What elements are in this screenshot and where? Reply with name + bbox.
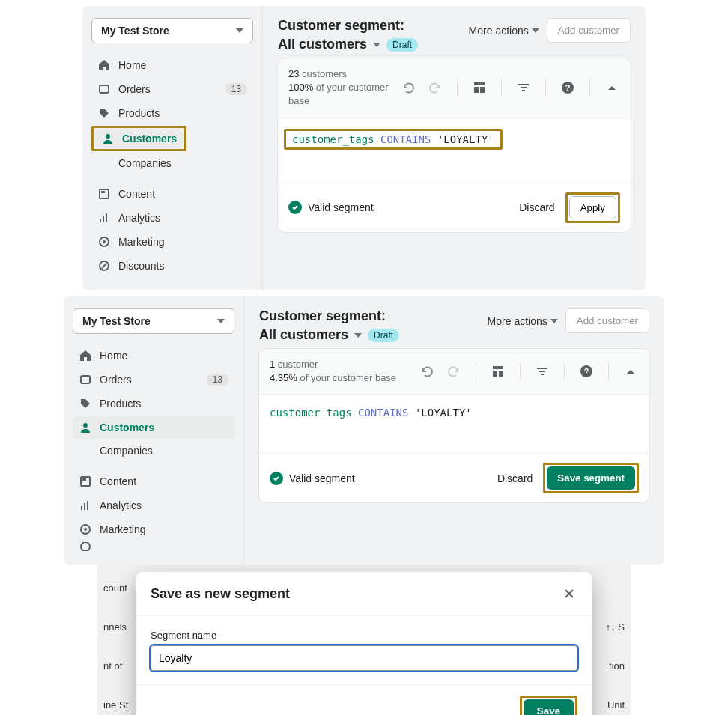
- nav-discounts[interactable]: Discounts: [91, 255, 253, 277]
- page-title: Customer segment:: [278, 18, 418, 34]
- nav-marketing[interactable]: Marketing: [91, 231, 253, 253]
- valid-segment-text: Valid segment: [289, 472, 497, 484]
- orders-badge: 13: [207, 374, 228, 386]
- sidebar: My Test Store Home Orders 13 Products Cu…: [82, 6, 262, 290]
- svg-rect-30: [499, 371, 503, 377]
- nav-home[interactable]: Home: [73, 344, 234, 367]
- apply-button[interactable]: Apply: [569, 196, 616, 219]
- svg-rect-29: [493, 371, 497, 377]
- collapse-icon[interactable]: [622, 363, 639, 380]
- nav-products[interactable]: Products: [73, 392, 234, 415]
- svg-rect-3: [101, 191, 105, 193]
- nav-companies[interactable]: Companies: [91, 153, 253, 174]
- template-icon[interactable]: [490, 363, 506, 380]
- home-icon: [79, 349, 92, 362]
- customers-icon: [101, 132, 115, 145]
- main-content: Customer segment: All customers Draft Mo…: [243, 296, 664, 565]
- add-customer-button[interactable]: Add customer: [565, 308, 649, 333]
- collapse-icon[interactable]: [604, 79, 620, 96]
- segment-query-editor[interactable]: customer_tags CONTAINS 'LOYALTY': [259, 395, 649, 453]
- redo-icon[interactable]: [427, 79, 443, 96]
- save-segment-button[interactable]: Save segment: [547, 466, 635, 490]
- segment-name[interactable]: All customers: [278, 37, 367, 52]
- nav-analytics[interactable]: Analytics: [73, 494, 234, 517]
- save-button[interactable]: Save: [524, 699, 574, 715]
- nav-content[interactable]: Content: [91, 183, 253, 205]
- svg-rect-32: [539, 371, 545, 372]
- orders-badge: 13: [225, 83, 247, 95]
- svg-rect-23: [84, 503, 85, 510]
- nav-customers-highlight: Customers: [91, 126, 253, 151]
- query-field: customer_tags: [270, 407, 352, 419]
- store-selector[interactable]: My Test Store: [91, 18, 253, 43]
- help-icon[interactable]: ?: [578, 363, 595, 380]
- add-customer-button[interactable]: Add customer: [547, 18, 631, 43]
- products-icon: [97, 106, 111, 120]
- nav-marketing[interactable]: Marketing: [73, 518, 234, 541]
- more-actions-menu[interactable]: More actions: [488, 315, 558, 327]
- svg-text:?: ?: [565, 83, 571, 92]
- valid-segment-text: Valid segment: [308, 201, 519, 213]
- orders-icon: [97, 82, 111, 96]
- sidebar: My Test Store Home Orders 13 Products Cu…: [64, 296, 243, 565]
- segment-name-label: Segment name: [151, 630, 577, 641]
- filter-icon[interactable]: [534, 363, 550, 380]
- nav-companies[interactable]: Companies: [73, 440, 234, 461]
- redo-icon[interactable]: [446, 363, 462, 380]
- filter-icon[interactable]: [515, 79, 532, 96]
- svg-rect-4: [100, 219, 101, 222]
- nav-home[interactable]: Home: [91, 54, 253, 76]
- svg-rect-15: [522, 90, 525, 91]
- nav-content[interactable]: Content: [73, 470, 234, 493]
- close-icon[interactable]: [561, 585, 577, 602]
- page-title: Customer segment:: [259, 308, 399, 324]
- panel-save-step: My Test Store Home Orders 13 Products Cu…: [64, 296, 664, 565]
- undo-icon[interactable]: [400, 79, 416, 96]
- segment-query-editor[interactable]: customer_tags CONTAINS 'LOYALTY': [278, 118, 631, 183]
- nav-customers[interactable]: Customers: [95, 129, 183, 148]
- segment-editor-card: 1 customer 4.35% of your customer base ?: [259, 349, 649, 502]
- query-value: 'LOYALTY': [415, 407, 472, 419]
- modal-title: Save as new segment: [151, 586, 290, 602]
- segment-name-input[interactable]: [151, 645, 577, 671]
- home-icon: [97, 58, 111, 72]
- chevron-down-icon[interactable]: [354, 333, 362, 338]
- valid-check-icon: [288, 201, 302, 214]
- undo-icon[interactable]: [419, 363, 435, 380]
- segment-name[interactable]: All customers: [259, 327, 348, 343]
- discounts-icon: [79, 542, 92, 551]
- svg-rect-22: [81, 506, 82, 510]
- svg-point-27: [81, 542, 90, 551]
- store-name: My Test Store: [82, 315, 151, 327]
- panel-apply-step: My Test Store Home Orders 13 Products Cu…: [82, 6, 646, 290]
- query-operator: CONTAINS: [374, 133, 437, 145]
- nav-discounts-partial[interactable]: [73, 542, 234, 551]
- valid-check-icon: [270, 472, 283, 485]
- apply-button-highlight: Apply: [565, 192, 620, 223]
- nav-orders[interactable]: Orders 13: [91, 78, 253, 100]
- svg-rect-12: [480, 87, 485, 93]
- svg-rect-21: [82, 478, 86, 481]
- analytics-icon: [97, 211, 111, 225]
- query-operator: CONTAINS: [352, 407, 415, 419]
- marketing-icon: [79, 523, 92, 536]
- svg-rect-13: [518, 84, 529, 85]
- template-icon[interactable]: [471, 79, 488, 96]
- nav-products[interactable]: Products: [91, 102, 253, 124]
- svg-rect-11: [474, 87, 479, 93]
- chevron-down-icon[interactable]: [373, 43, 380, 47]
- svg-point-1: [106, 134, 110, 139]
- query-value: 'LOYALTY': [437, 133, 494, 145]
- svg-rect-24: [87, 501, 88, 510]
- nav-analytics[interactable]: Analytics: [91, 207, 253, 229]
- svg-rect-31: [537, 368, 547, 369]
- discard-button[interactable]: Discard: [519, 201, 554, 213]
- content-icon: [97, 187, 111, 201]
- store-selector[interactable]: My Test Store: [73, 308, 234, 334]
- help-icon[interactable]: ?: [559, 79, 576, 96]
- nav-customers[interactable]: Customers: [73, 416, 234, 439]
- more-actions-menu[interactable]: More actions: [469, 25, 539, 37]
- nav-orders[interactable]: Orders 13: [73, 368, 234, 391]
- modal-backdrop: count nnels↑↓ S nt oftion ine StUnit w S…: [97, 565, 631, 715]
- discard-button[interactable]: Discard: [497, 472, 533, 484]
